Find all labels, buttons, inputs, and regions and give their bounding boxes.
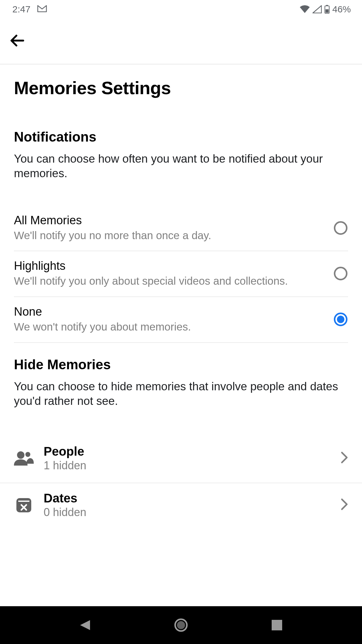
nav-recents-button[interactable] [268, 616, 286, 634]
option-label: Highlights [14, 259, 326, 273]
svg-point-4 [25, 452, 30, 457]
hide-dates-row[interactable]: Dates 0 hidden [14, 483, 348, 529]
option-text: All Memories We'll notify you no more th… [14, 214, 326, 242]
option-none[interactable]: None We won't notify you about memories. [14, 297, 348, 343]
cell-signal-icon [312, 5, 322, 13]
hide-sub: 0 hidden [44, 506, 331, 519]
notifications-title: Notifications [14, 129, 348, 145]
nav-home-button[interactable] [172, 616, 190, 634]
svg-point-8 [177, 621, 185, 629]
option-sub: We won't notify you about memories. [14, 320, 326, 334]
option-all-memories[interactable]: All Memories We'll notify you no more th… [14, 206, 348, 252]
arrow-left-icon [9, 32, 26, 50]
option-label: None [14, 305, 326, 318]
chevron-right-icon [341, 451, 348, 465]
page-title: Memories Settings [14, 77, 348, 98]
battery-icon [324, 5, 330, 14]
status-left: 2:47 [12, 4, 47, 15]
radio-highlights[interactable] [333, 266, 348, 281]
app-header [0, 19, 362, 64]
option-highlights[interactable]: Highlights We'll notify you only about s… [14, 251, 348, 297]
hide-label: People [44, 445, 331, 458]
wifi-icon [300, 5, 310, 13]
hide-text: People 1 hidden [44, 445, 331, 472]
hide-desc: You can choose to hide memories that inv… [14, 379, 348, 409]
hide-label: Dates [44, 491, 331, 505]
option-sub: We'll notify you no more than once a day… [14, 229, 326, 242]
hide-list: People 1 hidden Dates 0 hidden [14, 436, 348, 529]
radio-all-memories[interactable] [333, 221, 348, 235]
notifications-desc: You can choose how often you want to be … [14, 151, 348, 181]
option-sub: We'll notify you only about special vide… [14, 274, 326, 288]
svg-rect-1 [326, 5, 328, 6]
option-text: None We won't notify you about memories. [14, 305, 326, 334]
nav-back-button[interactable] [76, 616, 94, 634]
svg-rect-6 [18, 501, 29, 502]
chevron-right-icon [341, 498, 348, 512]
gmail-icon [37, 4, 47, 15]
content: Memories Settings Notifications You can … [0, 77, 362, 529]
svg-rect-5 [16, 498, 31, 512]
calendar-x-icon [14, 495, 34, 515]
hide-title: Hide Memories [14, 357, 348, 372]
svg-rect-2 [325, 9, 329, 13]
status-time: 2:47 [12, 4, 30, 15]
option-label: All Memories [14, 214, 326, 227]
battery-percent: 46% [332, 4, 351, 15]
people-icon [14, 448, 34, 468]
back-button[interactable] [7, 30, 28, 52]
notification-options: All Memories We'll notify you no more th… [14, 206, 348, 343]
android-nav-bar [0, 606, 362, 644]
status-right: 46% [300, 4, 351, 15]
status-bar: 2:47 46% [0, 0, 362, 19]
radio-none[interactable] [333, 312, 348, 327]
option-text: Highlights We'll notify you only about s… [14, 259, 326, 288]
svg-rect-9 [272, 620, 282, 630]
hide-people-row[interactable]: People 1 hidden [14, 436, 348, 483]
svg-point-3 [17, 451, 24, 459]
hide-text: Dates 0 hidden [44, 491, 331, 519]
hide-sub: 1 hidden [44, 459, 331, 472]
